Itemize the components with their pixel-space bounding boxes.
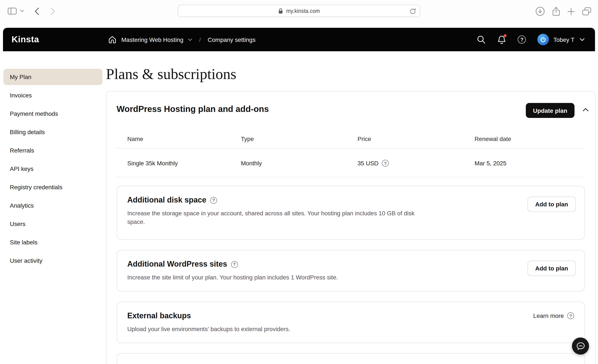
page-title: Plans & subscriptions [106,66,236,83]
plan-card-title: WordPress Hosting plan and add-ons [106,91,595,114]
learn-more-link[interactable]: Learn more ? [533,312,574,319]
sidebar-item-label: Registry credentials [10,184,62,190]
sidebar-item-label: Referrals [10,147,34,154]
breadcrumb: Mastering Web Hosting / Company settings [108,28,255,51]
addon-description: Increase the storage space in your accou… [127,209,426,226]
sidebar-item-label: Users [10,220,25,227]
update-plan-button[interactable]: Update plan [526,103,574,118]
sidebar-item-users[interactable]: Users [3,216,102,232]
sidebar-item-site-labels[interactable]: Site labels [3,234,102,250]
sidebar-item-billing-details[interactable]: Billing details [3,124,102,140]
sidebar-item-label: API keys [10,165,33,172]
new-tab-icon[interactable] [567,8,575,15]
add-wordpress-sites-button[interactable]: Add to plan [528,261,576,276]
search-icon[interactable] [477,35,486,44]
plans-table: Name Type Price Renewal date Single 35k … [116,135,585,177]
browser-toolbar: my.kinsta.com [0,0,598,25]
downloads-icon[interactable] [535,6,545,16]
company-selector-chevron-icon[interactable] [188,38,192,41]
external-backups-help-icon: ? [567,312,574,319]
addon-card-partial [116,353,585,364]
forward-button[interactable] [50,7,56,15]
col-header-type: Type [241,135,357,142]
kinsta-logo[interactable]: Kinsta [12,34,39,44]
sidebar-item-label: My Plan [10,74,31,80]
help-icon[interactable]: ? [518,35,526,44]
addon-card-external-backups: External backups Upload your live enviro… [116,302,585,343]
addon-title: Additional disk space [127,196,206,205]
collapse-chevron-icon[interactable] [583,108,589,112]
sidebar-item-label: User activity [10,257,42,264]
page: my.kinsta.com Kinsta [0,0,598,364]
addon-title: Additional WordPress sites [127,260,227,269]
sidebar-item-registry-credentials[interactable]: Registry credentials [3,179,102,195]
plan-type-cell: Monthly [241,160,357,167]
sidebar-item-my-plan[interactable]: My Plan [3,69,102,85]
sidebar-item-label: Analytics [10,202,34,209]
notification-dot [504,34,507,37]
col-header-renewal-date: Renewal date [474,135,585,142]
user-menu-chevron-icon [580,38,585,41]
sidebar-item-user-activity[interactable]: User activity [3,252,102,269]
sidebar-item-label: Site labels [10,239,37,246]
wordpress-sites-help-icon[interactable]: ? [231,261,238,268]
sidebar-item-label: Payment methods [10,110,58,117]
disk-space-help-icon[interactable]: ? [210,197,217,204]
plan-renewal-cell: Mar 5, 2025 [474,160,585,167]
reload-icon[interactable] [410,8,416,15]
add-disk-space-button[interactable]: Add to plan [528,197,576,212]
price-help-icon[interactable]: ? [382,160,389,167]
notifications-bell-icon[interactable] [498,35,506,44]
header-actions: ? Tobey T [477,28,585,51]
url-text: my.kinsta.com [286,8,320,14]
sidebar-item-api-keys[interactable]: API keys [3,161,102,177]
table-row: Single 35k Monthly Monthly 35 USD ? Mar … [116,149,585,177]
lock-icon [278,8,283,14]
sidebar-toggle-chevron-icon[interactable] [20,10,24,12]
addon-card-disk-space: Additional disk space ? Increase the sto… [116,186,585,240]
company-selector-label[interactable]: Mastering Web Hosting [121,36,183,43]
user-menu[interactable]: Tobey T [538,34,585,45]
share-icon[interactable] [552,7,560,16]
main-content: Plans & subscriptions WordPress Hosting … [106,51,598,364]
table-header-row: Name Type Price Renewal date [116,135,585,149]
home-icon[interactable] [108,35,116,44]
settings-sidebar: My Plan Invoices Payment methods Billing… [0,51,106,364]
col-header-price: Price [357,135,474,142]
app-header: Kinsta Mastering Web Hosting / Company s… [3,28,595,51]
sidebar-item-referrals[interactable]: Referrals [3,142,102,158]
address-bar[interactable]: my.kinsta.com [178,5,420,17]
breadcrumb-separator: / [199,36,201,43]
addon-card-wordpress-sites: Additional WordPress sites ? Increase th… [116,250,585,291]
chat-bubble-icon [576,342,585,351]
plan-name-cell: Single 35k Monthly [127,160,241,167]
sidebar-item-invoices[interactable]: Invoices [3,87,102,103]
chat-widget-button[interactable] [572,338,589,355]
addon-title: External backups [127,311,191,320]
avatar [538,34,549,45]
tab-overview-icon[interactable] [582,7,591,15]
plan-price-cell: 35 USD ? [357,160,474,167]
hosting-plan-card: WordPress Hosting plan and add-ons Updat… [106,91,595,364]
price-value: 35 USD [357,160,378,167]
breadcrumb-page-label[interactable]: Company settings [208,36,255,43]
learn-more-label: Learn more [533,312,564,319]
sidebar-item-label: Billing details [10,129,45,135]
sidebar-item-label: Invoices [10,92,32,99]
sidebar-toggle-icon[interactable] [8,8,17,15]
sidebar-item-payment-methods[interactable]: Payment methods [3,106,102,122]
col-header-name: Name [127,135,241,142]
addon-description: Upload your live environments’ backups t… [127,325,426,333]
back-button[interactable] [34,7,39,15]
addon-description: Increase the site limit of your plan. Yo… [127,273,426,281]
sidebar-item-analytics[interactable]: Analytics [3,197,102,214]
user-name: Tobey T [553,36,574,43]
